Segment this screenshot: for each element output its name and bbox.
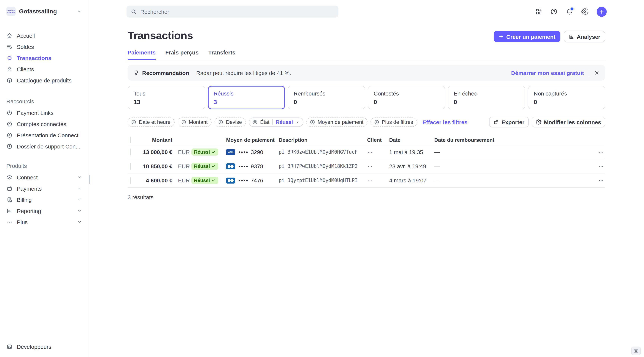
edit-columns-button[interactable]: Modifier les colonnes — [532, 117, 605, 127]
sidebar-product-plus[interactable]: Plus — [0, 216, 88, 228]
status-badge-label: Réussi — [194, 164, 210, 169]
export-button[interactable]: Exporter — [489, 117, 528, 127]
cb-card-icon — [226, 178, 235, 183]
search-icon — [130, 8, 136, 14]
filter-chip-devise[interactable]: Devise — [215, 117, 246, 127]
settings-gear-icon[interactable] — [581, 8, 588, 15]
filter-chip-plus-de-filtres[interactable]: Plus de filtres — [370, 117, 417, 127]
row-actions-button[interactable] — [597, 162, 605, 170]
filter-chip--tat[interactable]: ÉtatRéussi — [249, 117, 303, 127]
status-card-value: 0 — [534, 99, 599, 106]
account-switcher[interactable]: GO FAST SAILING Gofastsailing — [0, 7, 88, 16]
sidebar-product-reporting[interactable]: Reporting — [0, 205, 88, 216]
help-icon[interactable] — [550, 8, 558, 15]
ellipsis-icon — [598, 149, 604, 155]
filter-chip-montant[interactable]: Montant — [178, 117, 212, 127]
tab-frais-per-us[interactable]: Frais perçus — [165, 49, 198, 60]
sidebar-item-transactions[interactable]: Transactions — [0, 52, 88, 64]
filter-chips: Date et heureMontantDeviseÉtatRéussiMoye… — [128, 117, 417, 127]
status-card-en-chec[interactable]: En échec0 — [448, 86, 525, 109]
row-actions-button[interactable] — [597, 148, 605, 156]
keyboard-icon — [633, 348, 639, 354]
create-menu-button[interactable] — [596, 6, 607, 16]
row-actions-button[interactable] — [597, 176, 605, 184]
search-bar[interactable] — [126, 6, 338, 18]
notifications-bell-icon[interactable] — [566, 8, 573, 15]
row-checkbox[interactable] — [130, 162, 130, 170]
sidebar-item-label: Reporting — [17, 208, 73, 214]
analyze-button[interactable]: Analyser — [564, 31, 605, 42]
tab-transferts[interactable]: Transferts — [208, 49, 236, 60]
sidebar-item-accueil[interactable]: Accueil — [0, 30, 88, 41]
row-checkbox[interactable] — [130, 177, 130, 184]
table-row[interactable]: 13 000,00 €EURRéussiVISA••••3290pi_3RK0z… — [128, 145, 605, 159]
card-dots: •••• — [238, 177, 248, 184]
sidebar-shortcut-dossier-de-support-con[interactable]: Dossier de support Con... — [0, 141, 88, 152]
create-payment-button[interactable]: Créer un paiement — [494, 31, 560, 42]
topbar — [88, 0, 644, 18]
sidebar-item-clients[interactable]: Clients — [0, 64, 88, 74]
sidebar-products-nav: ConnectPaymentsBillingReportingPlus — [0, 172, 88, 228]
card-last4: 9378 — [251, 163, 263, 169]
sidebar-product-connect[interactable]: Connect — [0, 172, 88, 183]
filter-chip-date-et-heure[interactable]: Date et heure — [128, 117, 174, 127]
banner-cta-link[interactable]: Démarrer mon essai gratuit — [511, 70, 584, 76]
sidebar-item-label: Billing — [17, 196, 73, 203]
filter-chip-label: Date et heure — [139, 119, 170, 125]
clear-filters-link[interactable]: Effacer les filtres — [422, 119, 468, 125]
status-card-non-captur-s[interactable]: Non capturés0 — [528, 86, 605, 109]
chevron-down-icon — [77, 175, 82, 180]
currency-cell: EUR — [172, 149, 189, 155]
sidebar-products-title: Produits — [0, 163, 88, 169]
sidebar-item-label: Connect — [17, 174, 73, 180]
apps-grid-icon[interactable] — [535, 8, 542, 15]
sidebar-main-nav: AccueilSoldesTransactionsClientsCatalogu… — [0, 30, 88, 86]
filter-row: Date et heureMontantDeviseÉtatRéussiMoye… — [128, 117, 605, 127]
col-header-client[interactable]: Client — [367, 137, 389, 143]
col-header-amount[interactable]: Montant — [142, 137, 172, 143]
close-icon[interactable] — [594, 70, 600, 76]
sidebar-shortcut-comptes-connect-s[interactable]: Comptes connectés — [0, 118, 88, 130]
sidebar-item-soldes[interactable]: Soldes — [0, 41, 88, 52]
col-header-refund-date[interactable]: Date du remboursement — [434, 137, 594, 143]
chevron-down-icon — [77, 197, 82, 202]
sidebar-shortcut-pr-sentation-de-connect[interactable]: Présentation de Connect — [0, 130, 88, 141]
plus-circle-icon — [131, 119, 136, 125]
select-all-checkbox[interactable] — [130, 136, 130, 143]
clock-icon — [6, 110, 13, 116]
sidebar-item-catalogue-de-produits[interactable]: Catalogue de produits — [0, 74, 88, 86]
account-logo-line1: GO FAST — [7, 9, 15, 12]
keyboard-shortcuts-button[interactable] — [631, 346, 641, 355]
status-card-r-ussis[interactable]: Réussis3 — [208, 86, 285, 109]
tab-paiements[interactable]: Paiements — [128, 49, 156, 60]
sidebar-item-label: Dossier de support Con... — [17, 143, 82, 150]
col-header-date[interactable]: Date — [389, 137, 434, 143]
client-cell: -- — [367, 178, 389, 183]
status-card-rembours-s[interactable]: Remboursés0 — [288, 86, 365, 109]
client-cell: -- — [367, 149, 389, 155]
x-circle-icon[interactable] — [252, 119, 258, 125]
status-card-contest-s[interactable]: Contestés0 — [368, 86, 445, 109]
status-card-label: Réussis — [214, 90, 279, 96]
sidebar-product-payments[interactable]: Payments — [0, 183, 88, 194]
table-row[interactable]: 18 850,00 €EURRéussi••••9378pi_3RH7PwE1U… — [128, 159, 605, 174]
description-cell: pi_3QyzptE1UblM0ydM0UgHTLPI — [279, 178, 367, 183]
main-area: Transactions Créer un paiement Analyser … — [88, 0, 644, 357]
visa-card-icon: VISA — [226, 149, 235, 155]
sidebar-shortcut-payment-links[interactable]: Payment Links — [0, 107, 88, 118]
sidebar-product-billing[interactable]: Billing — [0, 194, 88, 205]
col-header-payment-method[interactable]: Moyen de paiement — [224, 137, 279, 143]
status-card-tous[interactable]: Tous13 — [128, 86, 205, 109]
filter-chip-moyen-de-paiement[interactable]: Moyen de paiement — [306, 117, 368, 127]
sidebar-item-developers[interactable]: Développeurs — [0, 341, 88, 352]
search-input[interactable] — [140, 8, 334, 15]
table-row[interactable]: 4 600,00 €EURRéussi••••7476pi_3QyzptE1Ub… — [128, 174, 605, 188]
client-cell: -- — [367, 164, 389, 169]
gear-icon — [536, 119, 541, 125]
sidebar-item-label: Comptes connectés — [17, 121, 82, 127]
col-header-description[interactable]: Description — [279, 137, 367, 143]
clock-icon — [6, 132, 13, 138]
edit-columns-label: Modifier les colonnes — [544, 119, 601, 125]
chevron-down-icon — [77, 208, 82, 213]
row-checkbox[interactable] — [130, 148, 130, 155]
